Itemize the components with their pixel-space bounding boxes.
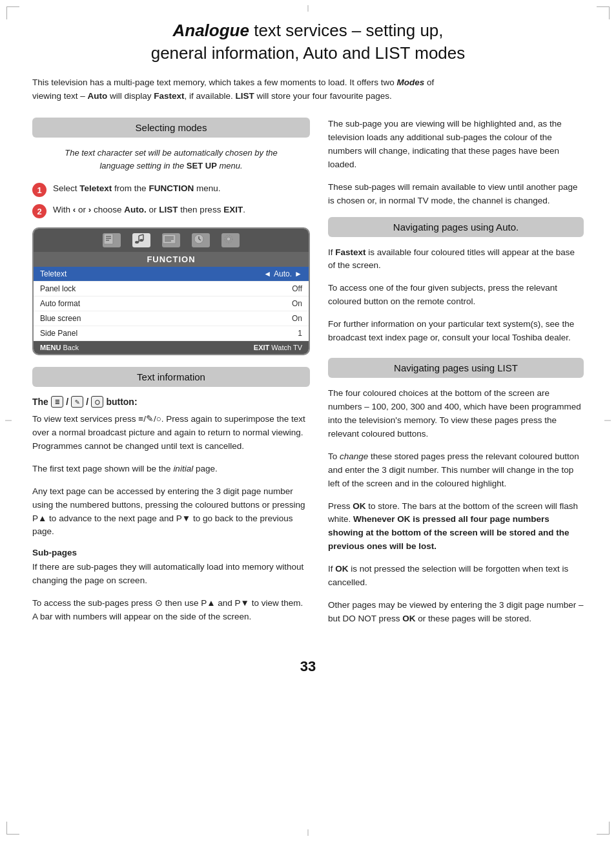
nav-auto-section: Navigating pages using Auto. If Fastext … [328,217,584,346]
tv-menu-row-autoformat: Auto format On [34,296,309,311]
svg-rect-0 [104,234,113,244]
svg-point-4 [135,241,139,244]
intro-paragraph: This television has a multi-page text me… [32,76,584,103]
button-label-the: The [32,397,48,407]
tv-menu-footer: MENU Back EXIT Watch TV [34,341,309,354]
intro-modes: Modes [397,78,425,87]
text-information-section: Text information The ≡ / ✎ / ○ button: T… [32,367,310,624]
text-info-para2: The first text page shown will be the in… [32,462,310,476]
page-wrapper: Analogue text services – setting up,gene… [0,0,616,841]
button-slash-2: / [86,397,88,407]
tv-icon-music [132,233,150,247]
step-1-number: 1 [32,183,46,197]
btn-icon-3: ○ [91,396,103,408]
svg-point-16 [227,237,231,241]
nav-auto-heading: Navigating pages using Auto. [328,217,584,237]
step-2-number: 2 [32,204,46,218]
footer-menu: MENU Back [40,344,79,351]
intro-fastext: Fastext [154,91,184,101]
selecting-modes-heading: Selecting modes [32,118,310,138]
nav-auto-para3: For further information on your particul… [328,318,584,345]
nav-auto-para1: If Fastext is available four coloured ti… [328,246,584,273]
italic-note-line3: menu. [219,161,242,171]
intro-text3: will display [107,91,154,101]
step-2-text: With ‹ or › choose Auto. or LIST then pr… [53,203,245,216]
subpage-highlight-para2: These sub-pages will remain available to… [328,181,584,208]
subpages-para1: If there are sub-pages they will automat… [32,561,310,588]
text-info-para1: To view text services press ≡/✎/○. Press… [32,413,310,453]
tv-icon-doc [103,233,121,247]
tv-menu-row-panellock: Panel lock Off [34,282,309,296]
intro-text1: This television has a multi-page text me… [32,78,397,87]
intro-list: LIST [235,91,254,101]
title-bold: Analogue [172,21,249,40]
arrow-right-icon: ► [294,269,302,278]
tv-icon-settings [221,233,240,247]
nav-list-para1: The four coloured choices at the bottom … [328,387,584,441]
svg-line-6 [139,234,143,236]
subpages-heading: Sub-pages [32,548,310,557]
step-1: 1 Select Teletext from the FUNCTION menu… [32,182,310,197]
tv-menu-row-bluescreen: Blue screen On [34,311,309,326]
right-column: The sub-page you are viewing will be hig… [328,118,584,639]
nav-auto-para2: To access one of the four given subjects… [328,282,584,309]
subpages-para2: To access the sub-pages press ⊙ then use… [32,597,310,624]
nav-list-para2: To change these stored pages press the r… [328,450,584,491]
intro-text4: , if available. [185,91,236,101]
italic-note: The text character set will be automatic… [32,147,310,172]
italic-note-line1: The text character set will be automatic… [65,148,278,158]
tv-icon-clock [192,233,210,247]
subpage-highlight-para1: The sub-page you are viewing will be hig… [328,118,584,172]
intro-text5: will store your four favourite pages. [254,91,392,101]
nav-list-para3: Press OK to store. The bars at the botto… [328,500,584,554]
step-2: 2 With ‹ or › choose Auto. or LIST then … [32,203,310,218]
btn-icon-1: ≡ [51,396,63,408]
button-slash-1: / [66,397,68,407]
intro-auto: Auto [88,91,108,101]
arrow-left-icon: ◄ [263,269,271,278]
svg-point-8 [139,239,143,242]
tv-icon-list [162,233,180,247]
button-label-end: button: [106,397,137,407]
page-title: Analogue text services – setting up,gene… [32,19,584,65]
italic-note-bold: SET UP [187,161,217,171]
italic-note-line2: language setting in the [99,161,184,171]
nav-list-para4: If OK is not pressed the selection will … [328,563,584,590]
left-column: Selecting modes The text character set w… [32,118,310,639]
tv-menu-title: FUNCTION [34,252,309,267]
text-info-para3: Any text page can be accessed by enterin… [32,485,310,539]
text-information-heading: Text information [32,367,310,387]
step-1-text: Select Teletext from the FUNCTION menu. [53,182,220,195]
nav-list-section: Navigating pages using LIST The four col… [328,358,584,626]
nav-list-para5: Other pages may be viewed by entering th… [328,599,584,626]
two-col-layout: Selecting modes The text character set w… [32,118,584,639]
button-label: The ≡ / ✎ / ○ button: [32,396,310,408]
tv-menu-icons-row [34,229,309,252]
tv-menu-row-sidepanel: Side Panel 1 [34,326,309,341]
nav-list-heading: Navigating pages using LIST [328,358,584,378]
tv-menu-graphic: FUNCTION Teletext ◄ Auto. ► Panel lock O… [32,227,310,355]
btn-icon-2: ✎ [71,396,83,408]
page-number: 33 [32,658,584,675]
tv-menu-row-teletext: Teletext ◄ Auto. ► [34,267,309,282]
footer-exit: EXIT Watch TV [254,344,302,351]
